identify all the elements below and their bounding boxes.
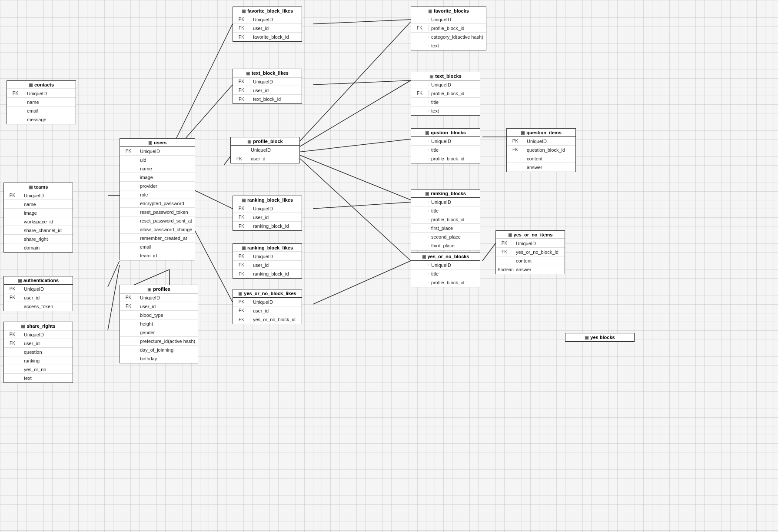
row-val-teams-6: domain: [21, 244, 42, 251]
table-row-teams-5: share_right: [4, 235, 73, 243]
row-val-question_items-2: content: [524, 155, 545, 162]
row-val-profiles-7: birthday: [137, 355, 160, 362]
row-val-ranking_block_likes2-1: user_id: [250, 262, 271, 269]
expand-icon-contacts[interactable]: ▣: [29, 83, 33, 87]
expand-icon-ranking_block_likes[interactable]: ▣: [242, 198, 246, 203]
row-key-favorite_blocks-3: [411, 45, 429, 47]
row-key-qustion_blocks-1: [411, 149, 429, 151]
row-val-users-3: image: [137, 174, 156, 181]
expand-icon-teams[interactable]: ▣: [29, 185, 33, 190]
table-row-favorite_blocks-1: FKprofile_block_id: [411, 24, 486, 33]
table-profile_block: ▣profile_blockUniqueIDFKuser_d: [230, 137, 300, 163]
row-val-yes_or_no_items-0: UniqueID: [513, 240, 539, 247]
table-row-qustion_blocks-1: title: [411, 146, 480, 154]
expand-icon-question_items[interactable]: ▣: [521, 130, 525, 135]
table-row-ranking_block_likes2-0: PKUniqueID: [233, 252, 302, 261]
table-row-teams-1: name: [4, 200, 73, 209]
row-val-text_block_likes-2: text_block_id: [250, 96, 283, 103]
row-key-ranking_blocks-5: [411, 245, 429, 246]
row-val-question_items-3: answer: [524, 164, 545, 171]
row-val-ranking_block_likes-1: user_id: [250, 214, 271, 221]
table-title-text_blocks: text_blocks: [435, 73, 462, 79]
row-val-profiles-1: user_id: [137, 303, 158, 310]
table-title-share_rights: share_rights: [27, 323, 55, 329]
svg-line-1: [108, 261, 120, 287]
table-row-contacts-1: name: [7, 98, 76, 106]
row-val-ranking_blocks-1: title: [429, 207, 441, 214]
table-row-users-5: role: [120, 190, 195, 199]
table-row-authentications-2: access_token: [4, 302, 73, 311]
row-val-profiles-3: height: [137, 320, 156, 327]
row-val-contacts-3: message: [24, 116, 49, 123]
table-row-yes_or_no_blocks-0: UniqueID: [411, 261, 480, 269]
row-val-ranking_block_likes-2: ranking_block_id: [250, 223, 292, 229]
row-key-question_items-2: [507, 158, 524, 160]
table-row-contacts-2: email: [7, 106, 76, 115]
table-row-users-6: encrypted_password: [120, 199, 195, 208]
row-val-yes_or_no_block_likes-0: UniqueID: [250, 299, 276, 306]
row-key-contacts-1: [7, 101, 24, 103]
row-key-teams-3: [4, 221, 21, 223]
row-val-ranking_blocks-3: first_place: [429, 225, 455, 232]
table-row-users-1: uid: [120, 156, 195, 164]
row-key-yes_or_no_block_likes-2: FK: [233, 316, 250, 323]
table-yes_or_no_blocks: ▣yes_or_no_blocksUniqueIDtitleprofile_bl…: [411, 252, 480, 287]
expand-icon-yes_or_no_blocks[interactable]: ▣: [422, 254, 426, 259]
table-row-profiles-7: birthday: [120, 354, 198, 363]
row-key-yes_or_no_items-0: PK: [496, 240, 513, 246]
table-row-ranking_block_likes-2: FKranking_block_id: [233, 222, 302, 230]
expand-icon-profiles[interactable]: ▣: [147, 287, 151, 292]
table-header-ranking_blocks: ▣ranking_blocks: [411, 190, 480, 198]
table-header-yes_blocks: ▣yes blocks: [565, 333, 634, 342]
expand-icon-ranking_block_likes2[interactable]: ▣: [242, 246, 246, 250]
row-val-share_rights-4: yes_or_no: [21, 366, 49, 373]
table-header-ranking_block_likes: ▣ranking_block_likes: [233, 196, 302, 204]
table-row-users-12: team_id: [120, 251, 195, 260]
expand-icon-qustion_blocks[interactable]: ▣: [425, 130, 429, 135]
table-title-favorite_blocks: favorite_blocks: [434, 8, 469, 13]
expand-icon-profile_block[interactable]: ▣: [247, 139, 251, 144]
table-row-teams-6: domain: [4, 243, 73, 252]
table-row-question_items-3: answer: [507, 163, 575, 172]
expand-icon-text_blocks[interactable]: ▣: [429, 74, 433, 79]
expand-icon-yes_or_no_items[interactable]: ▣: [508, 233, 512, 237]
row-val-users-12: team_id: [137, 252, 160, 259]
table-row-profiles-3: height: [120, 319, 198, 328]
relationship-lines: [0, 0, 778, 532]
table-row-question_items-1: FKquestion_block_id: [507, 146, 575, 154]
svg-line-13: [313, 20, 411, 24]
row-val-profiles-6: day_of_joinning: [137, 346, 176, 353]
row-key-share_rights-2: [4, 351, 21, 353]
expand-icon-users[interactable]: ▣: [148, 140, 152, 145]
table-header-qustion_blocks: ▣qustion_blocks: [411, 129, 480, 137]
row-val-teams-4: share_channel_id: [21, 227, 64, 234]
row-val-ranking_blocks-0: UniqueID: [429, 199, 454, 206]
expand-icon-yes_blocks[interactable]: ▣: [585, 335, 588, 340]
table-header-profiles: ▣profiles: [120, 285, 198, 293]
table-users: ▣usersPKUniqueIDuidnameimageproviderrole…: [120, 138, 195, 260]
table-row-text_blocks-0: UniqueID: [411, 80, 480, 89]
row-val-contacts-2: email: [24, 107, 41, 114]
table-authentications: ▣authenticationsPKUniqueIDFKuser_idacces…: [3, 276, 73, 311]
expand-icon-favorite_block_likes[interactable]: ▣: [242, 9, 246, 13]
expand-icon-favorite_blocks[interactable]: ▣: [428, 9, 432, 13]
row-key-profile_block-1: FK: [231, 156, 248, 162]
table-row-text_blocks-2: title: [411, 98, 480, 106]
expand-icon-share_rights[interactable]: ▣: [21, 324, 25, 329]
row-key-ranking_blocks-3: [411, 227, 429, 229]
diagram-canvas: ▣contactsPKUniqueIDnameemailmessage▣team…: [0, 0, 778, 532]
table-title-yes_blocks: yes blocks: [590, 335, 615, 340]
table-yes_blocks: ▣yes blocks: [565, 333, 635, 342]
row-val-ranking_block_likes2-2: ranking_block_id: [250, 270, 292, 277]
row-key-authentications-1: FK: [4, 294, 21, 301]
expand-icon-text_block_likes[interactable]: ▣: [246, 71, 250, 76]
expand-icon-yes_or_no_block_likes[interactable]: ▣: [238, 291, 242, 296]
row-key-users-4: [120, 185, 137, 187]
row-val-yes_or_no_blocks-2: profile_block_id: [429, 279, 467, 286]
expand-icon-ranking_blocks[interactable]: ▣: [425, 191, 429, 196]
table-title-profile_block: profile_block: [253, 139, 283, 144]
expand-icon-authentications[interactable]: ▣: [18, 278, 22, 283]
table-row-profiles-2: blood_type: [120, 311, 198, 319]
table-row-text_blocks-3: text: [411, 106, 480, 115]
table-row-contacts-3: message: [7, 115, 76, 124]
